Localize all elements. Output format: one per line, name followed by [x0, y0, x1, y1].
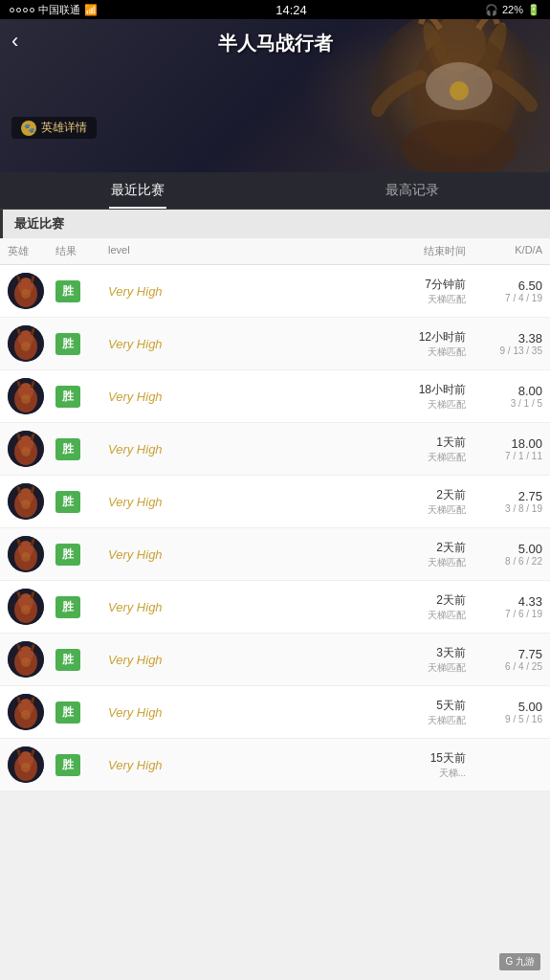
result-badge: 胜 — [55, 438, 80, 460]
result-badge: 胜 — [55, 754, 80, 776]
status-right: 🎧 22% 🔋 — [485, 4, 540, 16]
kda-cell: 3.38 9 / 13 / 35 — [466, 331, 542, 356]
detail-badge-icon: 🐾 — [21, 121, 36, 136]
table-row[interactable]: 胜Very High15天前 天梯... — [0, 739, 550, 791]
time-main: 1天前 — [370, 434, 466, 451]
kda-cell: 5.00 8 / 6 / 22 — [466, 542, 542, 567]
level-cell: Very High — [108, 546, 370, 563]
kda-main: 4.33 — [466, 594, 542, 609]
kda-cell: 6.50 7 / 4 / 19 — [466, 278, 542, 303]
hero-avatar — [8, 483, 44, 520]
tab-recent-matches[interactable]: 最近比赛 — [0, 172, 275, 209]
time-cell: 2天前 天梯匹配 — [370, 592, 466, 622]
kda-detail: 8 / 6 / 22 — [466, 556, 542, 567]
kda-detail: 3 / 1 / 5 — [466, 398, 542, 409]
col-kda: K/D/A — [466, 244, 542, 258]
kda-main: 3.38 — [466, 331, 542, 345]
time-cell: 5天前 天梯匹配 — [370, 698, 466, 727]
table-row[interactable]: 胜Very High18小时前 天梯匹配8.00 3 / 1 / 5 — [0, 370, 550, 423]
level-cell: Very High — [108, 651, 370, 668]
level-text: Very High — [108, 547, 163, 562]
svg-point-40 — [21, 710, 31, 720]
svg-point-16 — [21, 394, 31, 404]
kda-cell: 4.33 7 / 6 / 19 — [466, 594, 542, 619]
battery-icon: 🔋 — [527, 4, 540, 16]
time-sub: 天梯匹配 — [370, 451, 466, 464]
result-badge: 胜 — [55, 491, 80, 513]
level-text: Very High — [108, 495, 163, 509]
kda-main: 8.00 — [466, 384, 542, 398]
time-main: 12小时前 — [370, 329, 466, 345]
level-text: Very High — [108, 705, 163, 720]
result-cell: 胜 — [55, 649, 108, 671]
time-sub: 天梯匹配 — [370, 503, 466, 517]
table-header: 英雄 结果 level 结束时间 K/D/A — [0, 238, 550, 265]
time-main: 18小时前 — [370, 382, 466, 398]
level-cell: Very High — [108, 388, 370, 405]
result-badge: 胜 — [55, 280, 80, 302]
time-cell: 2天前 天梯匹配 — [370, 487, 466, 517]
table-row[interactable]: 胜Very High5天前 天梯匹配5.00 9 / 5 / 16 — [0, 686, 550, 739]
kda-main: 2.75 — [466, 489, 542, 503]
kda-main: 6.50 — [466, 278, 542, 293]
table-row[interactable]: 胜Very High2天前 天梯匹配2.75 3 / 8 / 19 — [0, 476, 550, 528]
status-time: 14:24 — [275, 3, 307, 17]
svg-point-8 — [21, 289, 31, 299]
result-cell: 胜 — [55, 333, 108, 355]
result-badge: 胜 — [55, 333, 80, 355]
result-cell: 胜 — [55, 280, 108, 302]
table-row[interactable]: 胜Very High7分钟前 天梯匹配6.50 7 / 4 / 19 — [0, 265, 550, 318]
wifi-icon: 📶 — [84, 4, 98, 16]
kda-detail: 7 / 4 / 19 — [466, 293, 542, 303]
result-cell: 胜 — [55, 386, 108, 408]
hero-avatar — [8, 536, 44, 572]
status-bar: 中国联通 📶 14:24 🎧 22% 🔋 — [0, 0, 550, 19]
kda-main: 7.75 — [466, 647, 542, 661]
kda-detail: 3 / 8 / 19 — [466, 503, 542, 514]
time-cell: 2天前 天梯匹配 — [370, 540, 466, 569]
carrier-label: 中国联通 — [38, 3, 80, 17]
hero-detail-badge[interactable]: 🐾 英雄详情 — [11, 117, 97, 139]
result-badge: 胜 — [55, 702, 80, 724]
result-cell: 胜 — [55, 491, 108, 513]
level-cell: Very High — [108, 598, 370, 615]
tab-best-records[interactable]: 最高记录 — [275, 172, 551, 209]
time-sub: 天梯匹配 — [370, 556, 466, 569]
level-cell: Very High — [108, 335, 370, 352]
hero-avatar — [8, 746, 44, 783]
table-row[interactable]: 胜Very High2天前 天梯匹配5.00 8 / 6 / 22 — [0, 528, 550, 581]
level-text: Very High — [108, 653, 163, 667]
table-row[interactable]: 胜Very High12小时前 天梯匹配3.38 9 / 13 / 35 — [0, 318, 550, 370]
back-button[interactable]: ‹ — [11, 29, 18, 54]
table-row[interactable]: 胜Very High1天前 天梯匹配18.00 7 / 1 / 11 — [0, 423, 550, 476]
kda-detail: 7 / 1 / 11 — [466, 451, 542, 461]
result-cell: 胜 — [55, 438, 108, 460]
kda-cell: 2.75 3 / 8 / 19 — [466, 489, 542, 514]
time-cell: 18小时前 天梯匹配 — [370, 382, 466, 412]
svg-point-12 — [21, 342, 31, 351]
result-badge: 胜 — [55, 544, 80, 566]
kda-cell: 5.00 9 / 5 / 16 — [466, 700, 542, 724]
time-main: 5天前 — [370, 698, 466, 714]
level-text: Very High — [108, 284, 163, 299]
hero-header: ‹ 半人马战行者 🐾 英雄详情 — [0, 19, 550, 172]
time-sub: 天梯匹配 — [370, 293, 466, 306]
table-row[interactable]: 胜Very High3天前 天梯匹配7.75 6 / 4 / 25 — [0, 634, 550, 686]
result-cell: 胜 — [55, 544, 108, 566]
svg-point-24 — [21, 500, 31, 509]
hero-avatar — [8, 378, 44, 414]
table-row[interactable]: 胜Very High2天前 天梯匹配4.33 7 / 6 / 19 — [0, 581, 550, 634]
time-cell: 12小时前 天梯匹配 — [370, 329, 466, 359]
result-badge: 胜 — [55, 386, 80, 408]
level-cell: Very High — [108, 440, 370, 457]
kda-main: 5.00 — [466, 542, 542, 556]
headphone-icon: 🎧 — [485, 4, 498, 16]
kda-main: 5.00 — [466, 700, 542, 714]
svg-point-3 — [450, 81, 469, 100]
time-main: 2天前 — [370, 592, 466, 609]
time-main: 7分钟前 — [370, 277, 466, 293]
col-level: level — [108, 244, 370, 258]
detail-badge-label: 英雄详情 — [41, 120, 87, 136]
time-cell: 1天前 天梯匹配 — [370, 434, 466, 464]
kda-detail: 9 / 13 / 35 — [466, 345, 542, 356]
